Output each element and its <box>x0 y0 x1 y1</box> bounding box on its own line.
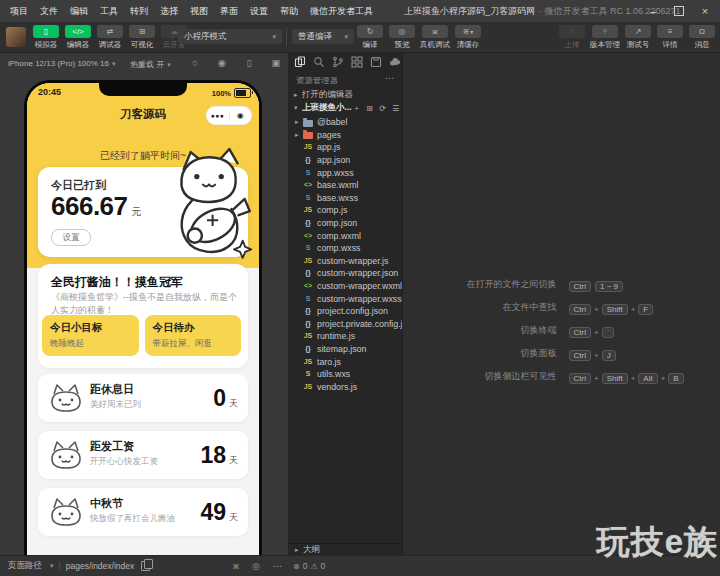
file-tree-item[interactable]: custom-wrapper.json <box>288 267 402 280</box>
device-select[interactable]: iPhone 12/13 (Pro) 100% 16▾ <box>8 59 115 68</box>
file-tree-item[interactable]: app.js <box>288 141 402 154</box>
toolbar-button[interactable]: </> 编辑器 <box>62 25 94 50</box>
source-control-icon[interactable] <box>331 55 345 69</box>
file-tree-item[interactable]: app.wxss <box>288 166 402 179</box>
toolbar-button[interactable]: ⑂ 版本管理 <box>588 25 622 50</box>
file-name: utils.wxs <box>317 369 350 379</box>
toolbar-button-icon: ≋▾ <box>455 25 481 38</box>
toolbar-button[interactable]: Ω 消息 <box>686 25 718 50</box>
menu-item[interactable]: 帮助 <box>274 5 304 18</box>
preview-eye-icon[interactable]: ◎ <box>252 561 260 571</box>
file-tree-item[interactable]: utils.wxs <box>288 368 402 381</box>
project-section[interactable]: ▾ 上班摸鱼小... + ⊞ ⟳ ☰ <box>294 102 400 114</box>
menu-item[interactable]: 设置 <box>244 5 274 18</box>
open-editors-section[interactable]: ▸ 打开的编辑器 <box>294 89 400 101</box>
menu-item[interactable]: 转到 <box>124 5 154 18</box>
file-tree-item[interactable]: vendors.js <box>288 380 402 393</box>
menu-item[interactable]: 界面 <box>214 5 244 18</box>
menu-item[interactable]: 文件 <box>34 5 64 18</box>
toolbar-button[interactable]: ↻ 编译 <box>354 25 386 50</box>
file-tree-item[interactable]: ▸ pages <box>288 129 402 142</box>
menu-item[interactable]: 选择 <box>154 5 184 18</box>
toolbar-button[interactable]: ▯ 模拟器 <box>30 25 62 50</box>
toolbar-button[interactable]: ⊞ 可视化 <box>126 25 158 50</box>
new-file-icon[interactable]: + <box>352 104 361 113</box>
menu-item[interactable]: 视图 <box>184 5 214 18</box>
file-tree-item[interactable]: base.wxss <box>288 192 402 205</box>
user-avatar[interactable] <box>6 27 26 47</box>
refresh-icon[interactable]: ⟳ <box>378 104 387 113</box>
countdown-card[interactable]: 距休息日 美好周末已到 0 天 <box>38 374 248 422</box>
nav-bar: 刀客源码 ●●● ◉ <box>27 101 259 127</box>
mode-select[interactable]: 小程序模式 ▾ <box>178 29 282 44</box>
snippets-icon[interactable] <box>369 55 383 69</box>
goal-cell[interactable]: 今日待办 带薪拉屎、闲逛 <box>145 315 242 356</box>
debug-icon[interactable]: ж <box>233 561 239 571</box>
menu-item[interactable]: 项目 <box>4 5 34 18</box>
file-tree-item[interactable]: runtime.js <box>288 330 402 343</box>
toolbar-button[interactable]: ◎ 预览 <box>386 25 418 50</box>
compile-mode-select[interactable]: 普通编译 ▾ <box>292 29 354 44</box>
file-name: comp.wxss <box>317 243 361 253</box>
menu-item[interactable]: 工具 <box>94 5 124 18</box>
menu-item[interactable]: 编辑 <box>64 5 94 18</box>
toolbar-button[interactable]: ↗ 测试号 <box>622 25 654 50</box>
file-name: custom-wrapper.js <box>317 256 388 266</box>
capsule-menu[interactable]: ●●● ◉ <box>206 106 252 125</box>
float-window-icon[interactable]: ▣ <box>270 57 282 68</box>
search-icon[interactable] <box>312 55 326 69</box>
file-tree-item[interactable]: custom-wrapper.js <box>288 255 402 268</box>
toolbar-button[interactable]: ↑ 上传 <box>556 25 588 50</box>
goal-cell[interactable]: 今日小目标 晚睡晚起 <box>42 315 139 356</box>
file-tree-item[interactable]: comp.wxml <box>288 229 402 242</box>
countdown-card[interactable]: 距发工资 开开心心快发工资 18 天 <box>38 431 248 479</box>
new-folder-icon[interactable]: ⊞ <box>365 104 374 113</box>
files-icon[interactable] <box>293 55 307 69</box>
extensions-icon[interactable] <box>350 55 364 69</box>
more-actions-icon[interactable]: ⋯ <box>385 73 394 83</box>
file-name: app.js <box>317 142 340 152</box>
file-tree-item[interactable]: base.wxml <box>288 179 402 192</box>
menu-item[interactable]: 微信开发者工具 <box>304 5 379 18</box>
watermark-text: 玩技e族 <box>597 520 718 565</box>
home-icon[interactable]: ◉ <box>230 111 252 120</box>
file-name: runtime.js <box>317 331 355 341</box>
toolbar-button-label: 编译 <box>363 40 378 50</box>
collapse-all-icon[interactable]: ☰ <box>391 104 400 113</box>
page-path-label[interactable]: 页面路径 <box>8 560 42 572</box>
file-tree-item[interactable]: app.json <box>288 154 402 167</box>
problems-indicator[interactable]: ⊗ 0 ⚠ 0 <box>293 556 325 576</box>
file-tree-item[interactable]: project.private.config.js… <box>288 318 402 331</box>
file-name: comp.js <box>317 205 347 215</box>
cat-mascot-illustration <box>157 147 257 259</box>
restart-icon[interactable]: ○ <box>189 57 201 68</box>
file-tree-item[interactable]: custom-wrapper.wxss <box>288 292 402 305</box>
battery-percent: 100% <box>212 89 231 98</box>
record-icon[interactable]: ◉ <box>216 57 228 68</box>
toolbar-button[interactable]: ≋▾ 清缓存 <box>452 25 484 50</box>
settings-button[interactable]: 设置 <box>51 229 91 246</box>
key-chip: Alt <box>638 373 657 384</box>
file-tree-item[interactable]: comp.json <box>288 217 402 230</box>
file-tree-item[interactable]: sitemap.json <box>288 343 402 356</box>
toolbar-button-icon: ◎ <box>389 25 415 38</box>
file-tree-item[interactable]: comp.wxss <box>288 242 402 255</box>
minimize-button[interactable]: – <box>640 0 666 22</box>
device-frame-icon[interactable]: ▯ <box>243 57 255 68</box>
countdown-card[interactable]: 中秋节 快放假了再打会儿酱油 49 天 <box>38 488 248 536</box>
file-tree-item[interactable]: project.config.json <box>288 305 402 318</box>
file-tree-item[interactable]: ▸ @babel <box>288 116 402 129</box>
menu-dots-icon[interactable]: ●●● <box>207 112 229 119</box>
toolbar-button[interactable]: ⇄ 调试器 <box>94 25 126 50</box>
toolbar-button[interactable]: ≡ 详情 <box>654 25 686 50</box>
copy-icon[interactable] <box>141 561 150 571</box>
more-icon[interactable]: ⋯ <box>273 561 282 571</box>
toolbar-button[interactable]: ж 真机调试 <box>418 25 452 50</box>
maximize-button[interactable] <box>666 0 692 22</box>
close-button[interactable]: × <box>692 0 718 22</box>
file-tree-item[interactable]: taro.js <box>288 355 402 368</box>
cloud-icon[interactable] <box>388 55 402 69</box>
hot-reload-toggle[interactable]: 热重载 开▾ <box>130 59 171 70</box>
file-tree-item[interactable]: custom-wrapper.wxml <box>288 280 402 293</box>
file-tree-item[interactable]: comp.js <box>288 204 402 217</box>
